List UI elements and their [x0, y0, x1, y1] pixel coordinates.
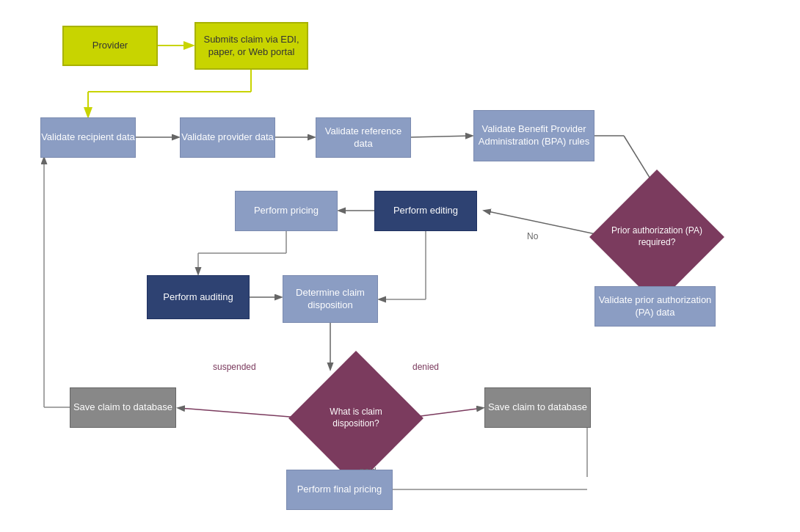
claim-disposition-diamond: What is claim disposition?: [288, 351, 423, 486]
perform-editing-node: Perform editing: [374, 191, 477, 231]
save-claim-left-node: Save claim to database: [70, 387, 176, 428]
submits-claim-node: Submits claim via EDI, paper, or Web por…: [194, 22, 308, 70]
validate-bpa-label: Validate Benefit Provider Administration…: [474, 123, 594, 148]
validate-provider-node: Validate provider data: [180, 117, 275, 158]
denied-label: denied: [412, 362, 439, 372]
perform-final-node: Perform final pricing: [286, 470, 393, 510]
determine-claim-label: Determine claim disposition: [283, 287, 377, 312]
validate-reference-label: Validate reference data: [316, 125, 410, 150]
prior-auth-diamond: Prior authorization (PA) required?: [589, 170, 724, 305]
validate-pa-label: Validate prior authorization (PA) data: [595, 294, 715, 319]
perform-auditing-label: Perform auditing: [163, 291, 233, 304]
validate-bpa-node: Validate Benefit Provider Administration…: [473, 110, 594, 161]
perform-pricing-node: Perform pricing: [235, 191, 338, 231]
perform-editing-label: Perform editing: [393, 205, 458, 217]
svg-line-9: [484, 211, 609, 237]
provider-label: Provider: [92, 40, 128, 52]
validate-reference-node: Validate reference data: [316, 117, 411, 158]
perform-final-label: Perform final pricing: [297, 484, 382, 496]
validate-pa-node: Validate prior authorization (PA) data: [594, 286, 716, 327]
perform-pricing-label: Perform pricing: [254, 205, 319, 217]
save-claim-left-label: Save claim to database: [73, 401, 172, 414]
prior-auth-label: Prior authorization (PA) required?: [609, 225, 705, 248]
validate-recipient-node: Validate recipient data: [40, 117, 136, 158]
submits-claim-label: Submits claim via EDI, paper, or Web por…: [196, 34, 307, 59]
validate-recipient-label: Validate recipient data: [41, 131, 135, 144]
claim-disposition-label: What is claim disposition?: [308, 407, 404, 429]
determine-claim-node: Determine claim disposition: [283, 275, 378, 323]
save-claim-right-node: Save claim to database: [484, 387, 591, 428]
flowchart-diagram: Provider Submits claim via EDI, paper, o…: [0, 0, 800, 532]
save-claim-right-label: Save claim to database: [488, 401, 587, 414]
no-label: No: [527, 231, 538, 241]
perform-auditing-node: Perform auditing: [147, 275, 250, 319]
validate-provider-label: Validate provider data: [181, 131, 274, 144]
suspended-label: suspended: [213, 362, 256, 372]
svg-line-6: [411, 136, 472, 137]
provider-node: Provider: [62, 26, 158, 66]
